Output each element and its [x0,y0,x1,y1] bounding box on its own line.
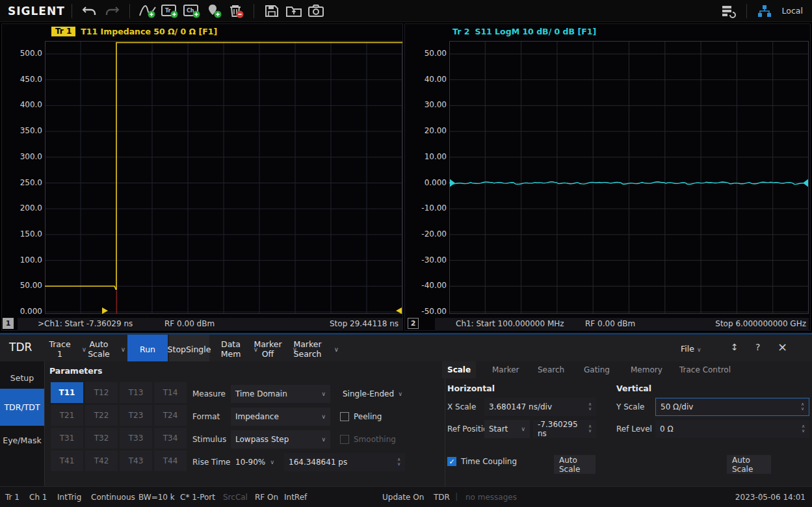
param-cell-t12[interactable]: T12 [85,382,118,403]
sidebar-tab-setup[interactable]: Setup [0,367,44,389]
ref-position-dropdown[interactable]: Start∨ [484,420,530,438]
auto-scale-horizontal-button[interactable]: Auto Scale [554,455,596,474]
status-item-continuous: Continuous [91,493,135,502]
param-cell-t22[interactable]: T22 [85,405,118,426]
left-tab-column: SetupTDR/TDTEye/Mask [0,361,44,486]
chart1-start-label: >Ch1: Start -7.36029 ns [38,319,133,328]
undo-icon[interactable] [79,2,101,20]
param-cell-t24[interactable]: T24 [154,405,187,426]
y-tick-label: 50.00 [3,281,42,290]
panel-tab-marker[interactable]: Marker [487,361,524,378]
param-cell-t42[interactable]: T42 [85,450,118,471]
measure-mode-dropdown[interactable]: Single-Ended∨ [338,385,407,403]
y-tick-label: 400.0 [3,100,42,109]
chart2-title: S11 LogM 10 dB/ 0 dB [F1] [475,27,596,36]
menu-item-run[interactable]: Run [127,335,168,363]
chart2-plot[interactable] [449,41,809,314]
chart2-rf-label: RF 0.00 dBm [585,319,635,328]
save-icon[interactable] [261,2,283,20]
time-coupling-checkbox[interactable]: ✓ [447,457,456,466]
display-switch-icon[interactable] [718,2,740,20]
ref-level-input[interactable]: 0 Ω∧∨ [655,420,809,438]
rise-time-ref-dropdown[interactable]: 10-90%∨ [231,453,279,471]
file-menu[interactable]: File ∨ [681,344,701,354]
param-cell-t11[interactable]: T11 [51,382,83,403]
rise-time-label: Rise Time [192,458,231,467]
chart1-stop-label: Stop 29.44118 ns [330,319,399,328]
status-item-bw-10-k: BW=10 k [138,493,175,502]
panel-tab-scale[interactable]: Scale [442,361,476,378]
panel-tab-search[interactable]: Search [532,361,570,378]
menu-item-stop-single[interactable]: StopSingle [169,335,209,363]
stimulus-dropdown[interactable]: Lowpass Step∨ [231,430,330,448]
charts-area: Tr 1 T11 Impedance 50 Ω/ 0 Ω [F1] 500.04… [0,22,812,333]
status-item-rf-on: RF On [255,493,278,502]
param-cell-t32[interactable]: T32 [85,428,118,448]
measure-label: Measure [192,389,226,398]
panel-tab-gating[interactable]: Gating [579,361,615,378]
trace2-label[interactable]: Tr 2 [452,27,469,36]
menu-item-marker-off[interactable]: MarkerOff∨ [250,339,286,359]
param-cell-t23[interactable]: T23 [120,405,152,426]
add-trace-window-icon[interactable]: Tr [159,2,181,20]
add-trace-icon[interactable] [137,2,159,20]
resize-panel-icon[interactable]: ↕ [731,342,739,352]
param-cell-t31[interactable]: T31 [51,428,83,448]
smoothing-checkbox[interactable] [340,435,349,444]
param-cell-t21[interactable]: T21 [51,405,83,426]
top-toolbar: SIGLENT Tr Ch [0,0,812,22]
y-tick-label: 0.000 [3,307,42,316]
sidebar-tab-tdr-tdt[interactable]: TDR/TDT [0,389,44,426]
menu-item-auto-scale[interactable]: AutoScale∨ [83,339,114,359]
y-tick-label: 10.00 [408,152,447,161]
y-tick-label: 300.0 [3,152,42,161]
menu-item-data-mem[interactable]: DataMem∨ [215,339,247,359]
vertical-header: Vertical [616,384,651,393]
menu-item-marker-search[interactable]: MarkerSearch∨ [287,339,328,359]
peeling-checkbox[interactable] [340,412,349,421]
chart1-plot[interactable] [45,41,402,314]
param-cell-t33[interactable]: T33 [120,428,152,448]
channel2-box[interactable]: 2 [408,318,419,329]
add-marker-icon[interactable] [203,2,225,20]
help-icon[interactable]: ? [755,342,760,352]
status-item-tdr: TDR [434,493,450,502]
y-tick-label: 200.0 [3,203,42,213]
format-dropdown[interactable]: Impedance∨ [231,408,330,426]
panel-tab-memory[interactable]: Memory [625,361,668,378]
screenshot-icon[interactable] [305,2,327,20]
ref-position-input[interactable]: -7.360295 ns∧∨ [533,420,596,438]
auto-scale-vertical-button[interactable]: Auto Scale [727,455,771,474]
svg-text:Tr: Tr [165,8,171,14]
param-cell-t43[interactable]: T43 [120,450,152,471]
chart1-title: T11 Impedance 50 Ω/ 0 Ω [F1] [81,27,217,36]
y-tick-label: -50.00 [408,307,447,316]
add-channel-icon[interactable]: Ch [181,2,203,20]
param-cell-t41[interactable]: T41 [51,450,83,471]
menu-item-trace[interactable]: Trace1∨ [44,339,75,359]
trace1-badge[interactable]: Tr 1 [51,27,75,36]
peeling-label: Peeling [354,412,382,421]
param-cell-t34[interactable]: T34 [154,428,187,448]
rise-time-input[interactable]: 164.348641 ps∧∨ [284,453,405,471]
channel1-box[interactable]: 1 [3,318,14,329]
x-scale-input[interactable]: 3.680147 ns/div∧∨ [484,398,596,416]
panel-tab-trace-control[interactable]: Trace Control [674,361,736,378]
sidebar-tab-eye-mask[interactable]: Eye/Mask [0,427,44,453]
delete-icon[interactable] [225,2,247,20]
close-icon[interactable]: × [778,340,787,354]
y-tick-label: 150.0 [3,229,42,239]
redo-icon[interactable] [101,2,123,20]
y-scale-input[interactable]: 50 Ω/div∧∨ [655,398,809,416]
param-cell-t44[interactable]: T44 [154,450,187,471]
y-tick-label: 30.00 [408,100,447,109]
recall-icon[interactable] [283,2,305,20]
measure-dropdown[interactable]: Time Domain∨ [231,385,330,403]
chart-tr2-s11: Tr 2 S11 LogM 10 dB/ 0 dB [F1] 50.0040.0… [404,23,811,331]
parameters-header: Parameters [49,366,102,376]
network-icon[interactable] [753,2,776,20]
param-cell-t14[interactable]: T14 [154,382,187,403]
y-tick-label: -40.00 [408,281,447,290]
param-cell-t13[interactable]: T13 [120,382,152,403]
format-label: Format [192,412,220,421]
